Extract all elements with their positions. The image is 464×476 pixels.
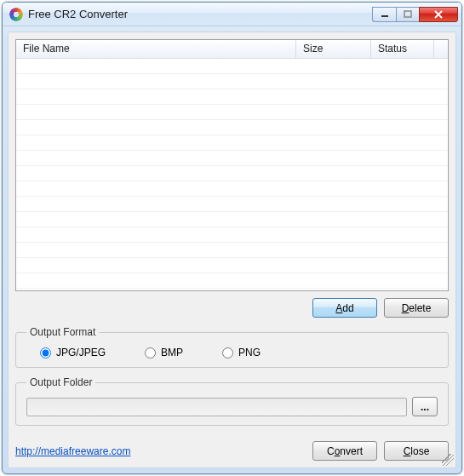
output-folder-legend: Output Folder [26, 376, 95, 388]
column-header-spacer [434, 40, 448, 58]
minimize-button[interactable] [372, 7, 396, 22]
file-buttons-row: Add Delete [15, 298, 449, 318]
action-buttons-row: Convert Close [312, 441, 449, 461]
radio-bmp-input[interactable] [145, 347, 156, 358]
convert-button[interactable]: Convert [312, 441, 377, 461]
browse-folder-button[interactable]: ... [412, 397, 438, 416]
website-link[interactable]: http://mediafreeware.com [15, 445, 130, 457]
table-row [16, 151, 448, 166]
radio-bmp[interactable]: BMP [145, 347, 183, 358]
table-row [16, 243, 448, 258]
radio-png-label: PNG [238, 347, 261, 358]
table-row [16, 59, 448, 74]
maximize-icon [404, 10, 412, 19]
close-window-button[interactable] [419, 7, 458, 22]
table-row [16, 166, 448, 181]
table-row [16, 89, 448, 105]
table-row [16, 135, 448, 151]
folder-row: ... [26, 397, 438, 416]
output-folder-group: Output Folder ... [15, 376, 449, 426]
file-list-table[interactable]: File Name Size Status [15, 39, 449, 291]
output-format-group: Output Format JPG/JPEG BMP PNG [15, 326, 449, 368]
table-row [16, 120, 448, 135]
radio-jpg[interactable]: JPG/JPEG [40, 347, 106, 358]
table-row [16, 105, 448, 120]
table-row [16, 227, 448, 243]
minimize-icon [381, 10, 389, 19]
table-row [16, 74, 448, 89]
add-button[interactable]: Add [312, 298, 377, 318]
window-title: Free CR2 Converter [28, 8, 372, 20]
output-folder-input[interactable] [26, 398, 407, 416]
convert-button-label: Convert [327, 445, 363, 457]
close-icon [433, 10, 444, 19]
maximize-button[interactable] [396, 7, 420, 22]
resize-grip[interactable] [442, 454, 454, 466]
svg-rect-0 [381, 15, 388, 17]
column-header-filename[interactable]: File Name [16, 40, 296, 58]
delete-button[interactable]: Delete [384, 298, 449, 318]
table-header: File Name Size Status [16, 40, 448, 59]
title-bar[interactable]: Free CR2 Converter [3, 3, 461, 26]
delete-button-label: Delete [402, 302, 432, 314]
radio-png-input[interactable] [222, 347, 233, 358]
radio-jpg-input[interactable] [40, 347, 51, 358]
radio-bmp-label: BMP [161, 347, 183, 358]
radio-png[interactable]: PNG [222, 347, 261, 358]
output-format-legend: Output Format [26, 326, 99, 338]
add-button-label: Add [335, 302, 353, 314]
close-button-label: Close [404, 445, 430, 457]
svg-rect-1 [404, 11, 411, 17]
table-row [16, 197, 448, 212]
table-row [16, 181, 448, 197]
radio-jpg-label: JPG/JPEG [56, 347, 106, 358]
bottom-row: http://mediafreeware.com Convert Close [15, 441, 449, 461]
table-row [16, 273, 448, 289]
app-icon [9, 8, 23, 21]
window-controls [372, 7, 458, 22]
column-header-status[interactable]: Status [371, 40, 434, 58]
close-button[interactable]: Close [384, 441, 449, 461]
format-radios: JPG/JPEG BMP PNG [26, 347, 438, 358]
column-header-size[interactable]: Size [296, 40, 371, 58]
table-body[interactable] [16, 59, 448, 289]
app-window: Free CR2 Converter File Name Size Status [2, 2, 462, 474]
client-area: File Name Size Status [8, 32, 456, 468]
table-row [16, 258, 448, 273]
table-row [16, 212, 448, 227]
